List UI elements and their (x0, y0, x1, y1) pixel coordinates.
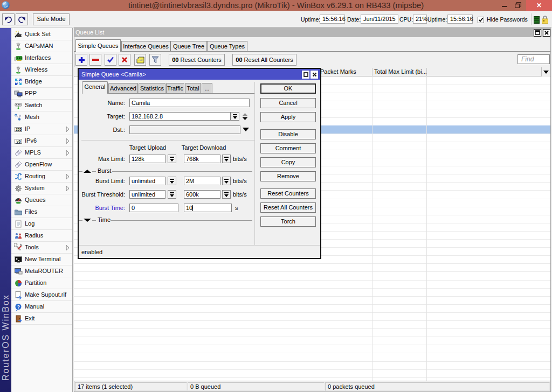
svg-text:?: ? (17, 304, 20, 310)
svg-text:255: 255 (16, 128, 22, 131)
svg-text:v6: v6 (17, 139, 21, 143)
